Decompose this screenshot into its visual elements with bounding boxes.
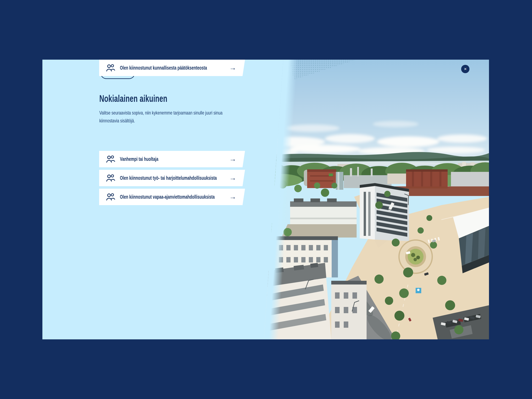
arrow-right-icon: → [229, 64, 236, 71]
option-municipal-decision-making[interactable]: Olen kiinnostunut kunnallisesta päätökse… [99, 60, 245, 76]
two-people-icon [106, 193, 115, 201]
close-icon: ✕ [464, 67, 467, 71]
page-background: { "colors": { "page_background": "#132e6… [0, 0, 532, 399]
option-label: Olen kiinnostunut vapaa-ajanviettomahdol… [120, 194, 215, 200]
option-parent-or-guardian[interactable]: Vanhempi tai huoltaja → [99, 151, 245, 167]
two-people-icon [106, 174, 115, 183]
page-title: Nokialainen aikuinen [99, 93, 167, 104]
two-people-icon [106, 63, 115, 72]
page-description: Valitse seuraavista sopiva, niin kykenem… [99, 109, 242, 125]
two-people-icon [106, 155, 115, 164]
profile-selection-modal: ← Takaisin Nokialainen aikuinen Valitse … [42, 60, 489, 339]
arrow-right-icon: → [229, 174, 236, 181]
option-leisure[interactable]: Olen kiinnostunut vapaa-ajanviettomahdol… [99, 189, 245, 205]
close-button[interactable]: ✕ [461, 65, 469, 73]
city-aerial-photo [263, 60, 489, 339]
option-label: Vanhempi tai huoltaja [120, 156, 158, 162]
option-label: Olen kiinnostunut työ- tai harjoitteluma… [120, 175, 217, 181]
arrow-right-icon: → [229, 193, 236, 200]
arrow-right-icon: → [229, 155, 236, 162]
option-work-or-internship[interactable]: Olen kiinnostunut työ- tai harjoitteluma… [99, 170, 245, 186]
option-label: Olen kiinnostunut kunnallisesta päätökse… [120, 65, 207, 71]
